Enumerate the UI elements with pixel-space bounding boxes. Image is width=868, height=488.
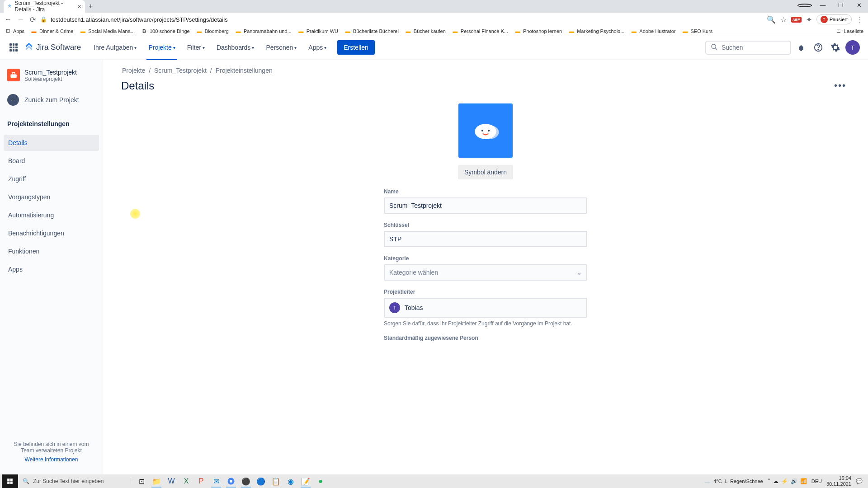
- nav-apps[interactable]: Apps▾: [304, 36, 331, 59]
- bookmark-item[interactable]: ▬Photoshop lernen: [514, 28, 562, 34]
- bookmark-item[interactable]: ▬Bücher kaufen: [405, 28, 446, 34]
- folder-icon: ▬: [298, 28, 304, 34]
- powerpoint-icon[interactable]: P: [194, 475, 208, 488]
- word-icon[interactable]: W: [165, 475, 178, 488]
- label-default-assignee: Standardmäßig zugewiesene Person: [384, 335, 587, 341]
- edge-icon[interactable]: ◉: [284, 475, 297, 488]
- sidebar-item-notifications[interactable]: Benachrichtigungen: [4, 225, 99, 241]
- abp-icon[interactable]: ABP: [791, 17, 802, 23]
- nav-projects[interactable]: Projekte▾: [144, 36, 179, 59]
- list-icon: ☰: [835, 28, 842, 34]
- volume-icon[interactable]: 🔊: [791, 478, 797, 484]
- notification-center-icon[interactable]: 💬: [856, 478, 863, 484]
- nav-filters[interactable]: Filter▾: [183, 36, 209, 59]
- start-button[interactable]: [2, 474, 18, 488]
- bookmark-item[interactable]: ▬Social Media Mana...: [80, 28, 135, 34]
- svg-rect-10: [7, 479, 9, 481]
- create-button[interactable]: Erstellen: [337, 40, 374, 55]
- notifications-icon[interactable]: [794, 40, 808, 55]
- input-key[interactable]: [384, 231, 587, 247]
- select-category[interactable]: Kategorie wählen ⌄: [384, 264, 587, 281]
- zoom-icon[interactable]: 🔍: [767, 15, 776, 24]
- profile-paused[interactable]: T Pausiert: [816, 14, 852, 24]
- sidebar-item-issuetypes[interactable]: Vorgangstypen: [4, 189, 99, 205]
- sidebar-item-features[interactable]: Funktionen: [4, 243, 99, 259]
- language-indicator[interactable]: DEU: [811, 479, 822, 484]
- maximize-icon[interactable]: ❐: [834, 2, 848, 9]
- new-tab-button[interactable]: +: [85, 0, 96, 12]
- bookmark-item[interactable]: ▬Personal Finance K...: [452, 28, 508, 34]
- folder-icon: ▬: [31, 28, 37, 34]
- reading-list[interactable]: ☰Leseliste: [835, 28, 863, 34]
- breadcrumb-projects[interactable]: Projekte: [121, 67, 146, 74]
- sidebar-heading: Projekteinstellungen: [4, 117, 99, 131]
- app-icon[interactable]: 📋: [269, 475, 283, 488]
- windows-search[interactable]: 🔍 Zur Suche Text hier eingeben: [18, 478, 131, 484]
- input-name[interactable]: [384, 197, 587, 214]
- spotify-icon[interactable]: ●: [314, 475, 327, 488]
- excel-icon[interactable]: X: [179, 475, 193, 488]
- profile-avatar[interactable]: T: [845, 40, 860, 55]
- breadcrumb-settings[interactable]: Projekteinstellungen: [215, 67, 274, 74]
- sidebar-footer-link[interactable]: Weitere Informationen: [8, 456, 94, 463]
- svg-point-8: [481, 130, 483, 131]
- close-tab-icon[interactable]: ×: [78, 3, 81, 10]
- onedrive-icon[interactable]: ☁: [773, 478, 778, 484]
- browser-tab[interactable]: Scrum_Testprojekt - Details - Jira ×: [4, 0, 85, 13]
- back-icon[interactable]: ←: [5, 15, 12, 23]
- bookmark-item[interactable]: ▬Adobe Illustrator: [631, 28, 675, 34]
- sidebar-item-access[interactable]: Zugriff: [4, 171, 99, 187]
- nav-dashboards[interactable]: Dashboards▾: [212, 36, 259, 59]
- change-avatar-button[interactable]: Symbol ändern: [458, 165, 513, 179]
- weather-widget[interactable]: ☁️ 4°C L. Regen/Schnee: [704, 479, 763, 484]
- more-actions-button[interactable]: •••: [830, 79, 850, 93]
- bookmark-item[interactable]: B100 schöne Dinge: [141, 28, 190, 34]
- circle-icon[interactable]: [797, 2, 812, 9]
- select-lead[interactable]: T Tobias: [384, 298, 587, 318]
- task-view-icon[interactable]: ⊡: [135, 475, 148, 488]
- sidebar-footer-text: Sie befinden sich in einem vom Team verw…: [8, 441, 94, 454]
- clock[interactable]: 15:04 30.11.2021: [826, 475, 851, 487]
- bookmark-item[interactable]: ▬Dinner & Crime: [31, 28, 73, 34]
- bookmark-item[interactable]: ▬Bücherliste Bücherei: [344, 28, 399, 34]
- chevron-up-icon[interactable]: ˄: [768, 478, 770, 484]
- star-icon[interactable]: ☆: [780, 15, 787, 24]
- sidebar-item-details[interactable]: Details: [4, 135, 99, 151]
- file-explorer-icon[interactable]: 📁: [150, 475, 163, 488]
- bookmark-item[interactable]: ▬SEO Kurs: [682, 28, 712, 34]
- help-icon[interactable]: [811, 40, 826, 55]
- reload-icon[interactable]: ⟳: [30, 15, 36, 24]
- bookmark-item[interactable]: ▬Bloomberg: [196, 28, 229, 34]
- chevron-down-icon: ▾: [324, 45, 326, 50]
- jira-icon: [24, 42, 33, 53]
- menu-icon[interactable]: ⋮: [856, 15, 863, 24]
- nav-people[interactable]: Personen▾: [261, 36, 301, 59]
- sidebar-item-automation[interactable]: Automatisierung: [4, 207, 99, 223]
- settings-icon[interactable]: [828, 40, 843, 55]
- label-name: Name: [384, 188, 587, 195]
- app-icon[interactable]: 🔵: [254, 475, 268, 488]
- breadcrumb-project[interactable]: Scrum_Testprojekt: [153, 67, 208, 74]
- extensions-icon[interactable]: ✦: [806, 15, 812, 24]
- search-input[interactable]: Suchen: [705, 41, 791, 55]
- close-window-icon[interactable]: ✕: [852, 2, 866, 9]
- nav-your-work[interactable]: Ihre Aufgaben▾: [89, 36, 141, 59]
- app-switcher-icon[interactable]: [8, 42, 19, 53]
- product-logo[interactable]: Jira Software: [24, 42, 81, 53]
- wifi-icon[interactable]: 📶: [800, 478, 807, 484]
- sidebar-item-apps[interactable]: Apps: [4, 261, 99, 277]
- obs-icon[interactable]: ⚫: [239, 475, 253, 488]
- back-to-project[interactable]: ← Zurück zum Projekt: [4, 90, 99, 109]
- bookmark-item[interactable]: ▬Panoramabahn und...: [235, 28, 292, 34]
- network-icon[interactable]: ⚡: [781, 478, 788, 484]
- bookmark-item[interactable]: ▬Praktikum WU: [298, 28, 338, 34]
- notepad-icon[interactable]: 📝: [299, 475, 312, 488]
- chrome-icon[interactable]: [224, 475, 238, 488]
- minimize-icon[interactable]: —: [816, 2, 830, 9]
- sidebar-item-board[interactable]: Board: [4, 153, 99, 169]
- weather-icon: ☁️: [704, 479, 711, 484]
- mail-icon[interactable]: ✉: [209, 475, 223, 488]
- address-bar[interactable]: 🔒 testdeutsch1.atlassian.net/jira/softwa…: [40, 16, 762, 23]
- bookmark-item[interactable]: ▬Marketing Psycholo...: [568, 28, 624, 34]
- apps-bookmark[interactable]: ⊞ Apps: [5, 28, 24, 34]
